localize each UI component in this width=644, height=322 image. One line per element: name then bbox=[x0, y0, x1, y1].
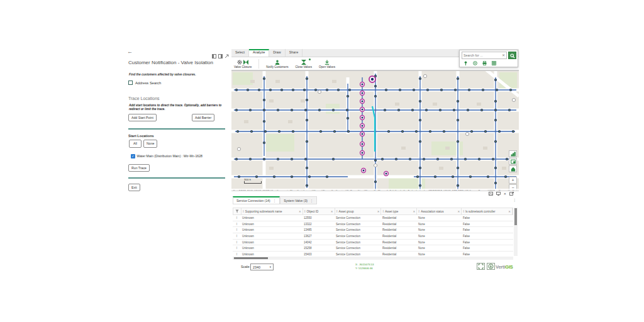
table-cell: Residential bbox=[381, 247, 417, 250]
table-cell: False bbox=[462, 216, 513, 219]
table-row[interactable]: ‖Unknown14042Service ConnectionResidenti… bbox=[233, 240, 513, 246]
table-row[interactable]: ‖Unknown13627Service ConnectionResidenti… bbox=[233, 233, 513, 240]
row-drag-handle[interactable]: ‖ bbox=[233, 223, 241, 226]
scrollbar-thumb[interactable] bbox=[234, 257, 268, 259]
maximize-panel-icon[interactable] bbox=[509, 192, 514, 196]
export-image-icon[interactable] bbox=[489, 192, 493, 196]
row-drag-handle[interactable]: ‖ bbox=[233, 228, 241, 231]
table-cell: Unknown bbox=[241, 223, 303, 226]
table-cell: 15258 bbox=[303, 247, 335, 250]
tab-menu-icon[interactable]: ⋮ bbox=[273, 199, 277, 203]
home-button[interactable] bbox=[509, 165, 517, 172]
tab-analyze[interactable]: Analyze bbox=[249, 49, 269, 57]
address-search-checkbox[interactable] bbox=[128, 80, 133, 85]
table-cell: None bbox=[417, 216, 462, 219]
row-drag-handle[interactable]: ‖ bbox=[233, 235, 241, 238]
table-cell: Unknown bbox=[241, 253, 303, 256]
zoom-in-button[interactable]: + bbox=[509, 177, 517, 184]
map-viewport[interactable]: 300 ft + − Esri, NASA, NGA, USGS, FEMA |… bbox=[231, 70, 519, 193]
filter-column[interactable] bbox=[233, 208, 242, 214]
panel-menu-icon[interactable]: ⋮ bbox=[513, 197, 516, 202]
table-cell: False bbox=[462, 235, 513, 238]
open-valves-tool[interactable]: Open Valves bbox=[319, 59, 335, 69]
search-actions bbox=[464, 61, 496, 65]
table-row[interactable]: ‖Unknown15258Service ConnectionResidenti… bbox=[233, 245, 513, 252]
search-button[interactable] bbox=[508, 52, 516, 59]
run-trace-button[interactable]: Run Trace bbox=[128, 164, 150, 172]
remove-column-icon[interactable]: ✕ bbox=[508, 210, 511, 213]
table-row[interactable]: ‖Unknown15403Service ConnectionResidenti… bbox=[233, 252, 513, 256]
table-cell: Residential bbox=[381, 253, 417, 256]
remove-column-icon[interactable]: ✕ bbox=[377, 210, 380, 213]
search-input[interactable] bbox=[462, 53, 502, 57]
select-all-button[interactable]: All bbox=[129, 140, 142, 148]
legend-button[interactable] bbox=[509, 150, 517, 157]
scale-label: Scale: bbox=[241, 265, 250, 269]
fullscreen-button[interactable] bbox=[477, 263, 485, 270]
clear-search-icon[interactable]: ✕ bbox=[502, 53, 506, 57]
result-tabs: Service Connection (14) ⋮ System Valve (… bbox=[233, 196, 317, 204]
notify-customers-tool[interactable]: Notify Customers bbox=[266, 59, 288, 69]
vertical-scrollbar[interactable] bbox=[514, 208, 518, 256]
table-cell: Residential bbox=[381, 235, 417, 238]
row-drag-handle[interactable]: ‖ bbox=[233, 216, 241, 219]
table-row[interactable]: ‖Unknown13485Service ConnectionResidenti… bbox=[233, 227, 513, 233]
row-drag-handle[interactable]: ‖ bbox=[233, 241, 241, 244]
row-drag-handle[interactable]: ‖ bbox=[233, 253, 241, 256]
close-valves-tool[interactable]: Close Valves bbox=[296, 59, 312, 69]
add-start-point-button[interactable]: Add Start Point bbox=[128, 114, 157, 121]
remove-column-icon[interactable]: ✕ bbox=[331, 210, 333, 213]
tab-service-connection[interactable]: Service Connection (14) ⋮ bbox=[233, 196, 280, 204]
column-header[interactable]: ‖Is subnetwork controller✕ bbox=[462, 208, 513, 214]
table-cell: None bbox=[417, 235, 462, 238]
tab-menu-icon[interactable]: ⋮ bbox=[310, 199, 314, 203]
scalebar-label: 300 ft bbox=[244, 178, 251, 181]
add-barrier-button[interactable]: Add Barrier bbox=[192, 114, 214, 121]
select-none-button[interactable]: None bbox=[143, 140, 157, 148]
table-cell: Service Connection bbox=[335, 216, 381, 219]
export-grid-icon[interactable] bbox=[492, 61, 496, 65]
table-cell: False bbox=[462, 241, 513, 244]
remove-column-icon[interactable]: ✕ bbox=[457, 210, 460, 213]
table-row[interactable]: ‖Unknown13322Service ConnectionResidenti… bbox=[233, 221, 513, 228]
row-drag-handle[interactable]: ‖ bbox=[233, 247, 241, 250]
close-panel-icon[interactable]: ✕ bbox=[504, 192, 506, 196]
table-cell: None bbox=[417, 247, 462, 250]
table-cell: Unknown bbox=[241, 235, 303, 238]
search-box[interactable]: ✕ bbox=[462, 52, 507, 59]
table-cell: Service Connection bbox=[335, 223, 381, 226]
present-on-screen-icon[interactable] bbox=[496, 192, 501, 196]
clear-results-icon[interactable] bbox=[473, 61, 477, 65]
address-search-row[interactable]: Address Search bbox=[128, 80, 161, 85]
scrollbar-thumb[interactable] bbox=[514, 208, 517, 225]
y-coordinate: Y: 5126606.66 bbox=[355, 267, 374, 270]
table-cell: Service Connection bbox=[335, 241, 381, 244]
tab-system-valve[interactable]: System Valve (3) ⋮ bbox=[280, 196, 317, 204]
column-header[interactable]: ‖Asset type✕ bbox=[381, 208, 417, 214]
start-location-item[interactable]: ✓ Water Main (Distribution Main) : Wtr-M… bbox=[131, 154, 203, 158]
table-cell: Residential bbox=[381, 216, 417, 219]
address-search-label: Address Search bbox=[135, 81, 161, 85]
overview-map-button[interactable] bbox=[509, 158, 517, 165]
app: ← Customer Notification - Valve Isolatio… bbox=[0, 0, 644, 322]
remove-column-icon[interactable]: ✕ bbox=[299, 210, 301, 213]
exit-button[interactable]: Exit bbox=[128, 184, 140, 191]
column-header[interactable]: ‖Object ID✕ bbox=[303, 208, 335, 214]
map-canvas[interactable] bbox=[231, 71, 519, 193]
valve-closure-tool[interactable]: Valve Closure bbox=[234, 59, 252, 69]
table-cell: Unknown bbox=[241, 247, 303, 250]
pushpin-icon[interactable] bbox=[464, 61, 468, 65]
back-arrow-icon[interactable]: ← bbox=[127, 49, 133, 55]
remove-column-icon[interactable]: ✕ bbox=[413, 210, 416, 213]
geolocate-button[interactable] bbox=[487, 263, 495, 270]
table-row[interactable]: ‖Unknown12550Service ConnectionResidenti… bbox=[233, 215, 513, 221]
scale-select[interactable]: 2340 ▾ bbox=[250, 264, 274, 270]
print-icon[interactable] bbox=[482, 61, 487, 65]
column-header[interactable]: ‖Association status✕ bbox=[417, 208, 462, 214]
horizontal-scrollbar[interactable] bbox=[233, 257, 513, 260]
vertigis-logo: VertiGIS bbox=[496, 264, 513, 270]
start-location-checkbox[interactable]: ✓ bbox=[131, 154, 135, 158]
column-header[interactable]: ‖Asset group✕ bbox=[335, 208, 382, 214]
column-header[interactable]: ‖Supporting subnetwork name✕ bbox=[242, 208, 303, 214]
tab-share[interactable]: Share bbox=[286, 49, 303, 57]
